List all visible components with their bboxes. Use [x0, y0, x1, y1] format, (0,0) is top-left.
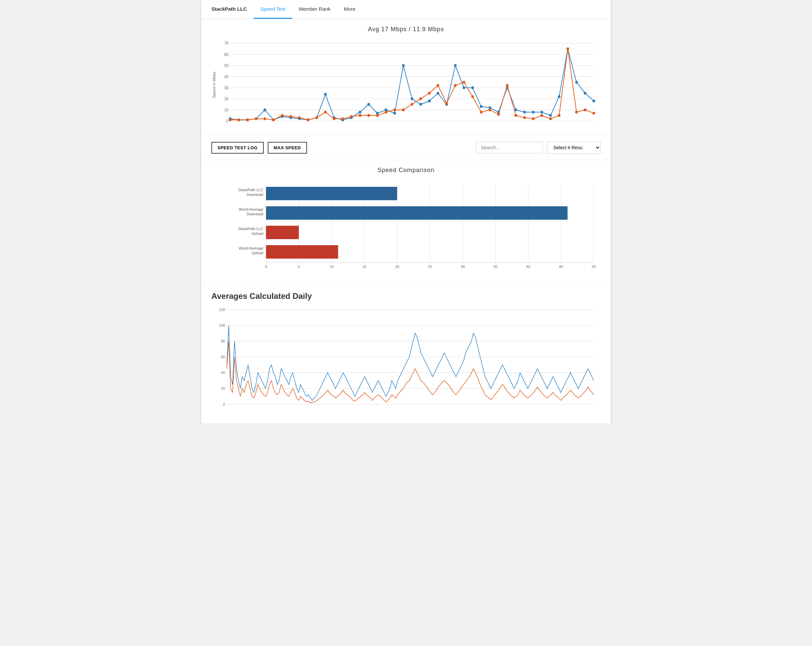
svg-text:80: 80: [221, 339, 225, 343]
svg-text:40: 40: [221, 371, 225, 375]
svg-text:30: 30: [461, 265, 465, 269]
svg-point-76: [368, 114, 370, 117]
svg-rect-125: [266, 187, 397, 200]
svg-point-43: [454, 64, 457, 67]
svg-point-89: [480, 111, 482, 114]
svg-point-32: [359, 111, 362, 114]
tab-brand[interactable]: StackPath LLC: [205, 0, 254, 19]
line-chart-section: Avg 17 Mbps / 11.9 Mbps 010203040506070S…: [201, 19, 611, 135]
svg-point-98: [558, 114, 560, 117]
svg-text:20: 20: [224, 97, 228, 101]
svg-rect-134: [266, 245, 338, 259]
svg-point-39: [420, 103, 422, 106]
averages-section: Averages Calculated Daily 02040608010012…: [201, 285, 611, 423]
svg-point-67: [290, 115, 292, 118]
daily-chart-container: 020406080100120: [211, 306, 601, 413]
svg-point-33: [368, 103, 370, 106]
svg-text:World Average: World Average: [239, 246, 263, 250]
svg-point-60: [229, 119, 232, 122]
svg-text:5: 5: [298, 265, 300, 269]
tab-speed-test[interactable]: Speed Test: [254, 0, 292, 19]
line-chart-svg: 010203040506070Speed in Mbps: [211, 38, 601, 132]
averages-title: Averages Calculated Daily: [211, 291, 601, 301]
svg-text:120: 120: [219, 308, 225, 312]
speed-test-log-button[interactable]: SPEED TEST LOG: [211, 142, 264, 154]
tab-more[interactable]: More: [337, 0, 362, 19]
toolbar: SPEED TEST LOG MAX SPEED Select # Resu: [201, 135, 611, 160]
svg-point-62: [246, 119, 249, 122]
svg-point-82: [420, 97, 422, 100]
svg-point-83: [428, 92, 430, 95]
svg-text:0: 0: [265, 265, 267, 269]
svg-point-95: [532, 117, 534, 120]
svg-text:70: 70: [224, 41, 228, 45]
svg-point-84: [437, 84, 439, 87]
svg-point-97: [549, 117, 552, 120]
tab-bar: StackPath LLC Speed Test Member Rank Mor…: [201, 0, 611, 19]
comparison-section: Speed Comparison 05101520253035404550Sta…: [201, 160, 611, 285]
svg-text:30: 30: [224, 85, 228, 90]
svg-text:60: 60: [224, 52, 228, 56]
svg-point-36: [393, 112, 396, 115]
results-select[interactable]: Select # Resu: [547, 142, 601, 154]
chart-title: Avg 17 Mbps / 11.9 Mbps: [211, 26, 601, 33]
svg-text:10: 10: [224, 108, 228, 112]
svg-point-72: [333, 117, 336, 120]
svg-point-37: [402, 64, 404, 67]
svg-text:20: 20: [395, 265, 399, 269]
svg-text:Download: Download: [247, 192, 263, 197]
svg-text:20: 20: [221, 386, 225, 390]
svg-point-88: [471, 95, 474, 98]
svg-text:Speed in Mbps: Speed in Mbps: [212, 72, 216, 98]
svg-text:Download: Download: [247, 212, 263, 216]
svg-point-86: [454, 84, 457, 87]
svg-point-52: [532, 111, 534, 114]
svg-point-78: [385, 111, 387, 114]
svg-point-54: [549, 114, 552, 117]
svg-text:0: 0: [223, 402, 225, 406]
svg-point-79: [393, 108, 396, 111]
svg-point-55: [558, 95, 560, 98]
svg-text:25: 25: [428, 265, 432, 269]
svg-point-69: [307, 119, 309, 122]
svg-text:Upload: Upload: [251, 251, 263, 255]
svg-text:45: 45: [559, 265, 563, 269]
svg-point-65: [272, 119, 275, 122]
svg-point-80: [402, 108, 404, 111]
svg-point-68: [298, 116, 301, 119]
svg-point-101: [584, 108, 586, 111]
daily-chart-svg: 020406080100120: [211, 306, 601, 413]
svg-point-59: [592, 100, 595, 103]
svg-point-74: [350, 115, 353, 118]
svg-point-51: [523, 111, 526, 114]
bar-chart-svg: 05101520253035404550StackPath LLCDownloa…: [211, 180, 601, 274]
svg-point-73: [341, 117, 344, 120]
svg-point-53: [540, 111, 543, 114]
comparison-title: Speed Comparison: [211, 167, 601, 174]
svg-point-94: [523, 116, 526, 119]
svg-point-85: [445, 102, 448, 105]
tab-member-rank[interactable]: Member Rank: [292, 0, 337, 19]
max-speed-button[interactable]: MAX SPEED: [268, 142, 307, 154]
svg-text:0: 0: [226, 119, 229, 123]
svg-point-63: [255, 117, 257, 120]
app-container: StackPath LLC Speed Test Member Rank Mor…: [201, 0, 611, 423]
svg-point-81: [411, 103, 414, 106]
svg-text:10: 10: [330, 265, 334, 269]
line-chart-container: 010203040506070Speed in Mbps: [211, 38, 601, 132]
svg-point-77: [376, 114, 379, 117]
svg-text:35: 35: [493, 265, 497, 269]
svg-point-21: [263, 108, 266, 111]
svg-rect-131: [266, 226, 299, 239]
svg-point-57: [575, 81, 578, 84]
svg-text:40: 40: [224, 75, 228, 78]
svg-point-75: [359, 114, 362, 117]
svg-text:60: 60: [221, 355, 225, 359]
svg-point-28: [324, 93, 327, 96]
svg-point-46: [480, 105, 482, 108]
svg-text:100: 100: [219, 323, 225, 328]
search-input[interactable]: [476, 142, 543, 153]
svg-point-71: [324, 111, 327, 114]
svg-point-61: [238, 119, 240, 122]
svg-point-102: [592, 112, 595, 115]
